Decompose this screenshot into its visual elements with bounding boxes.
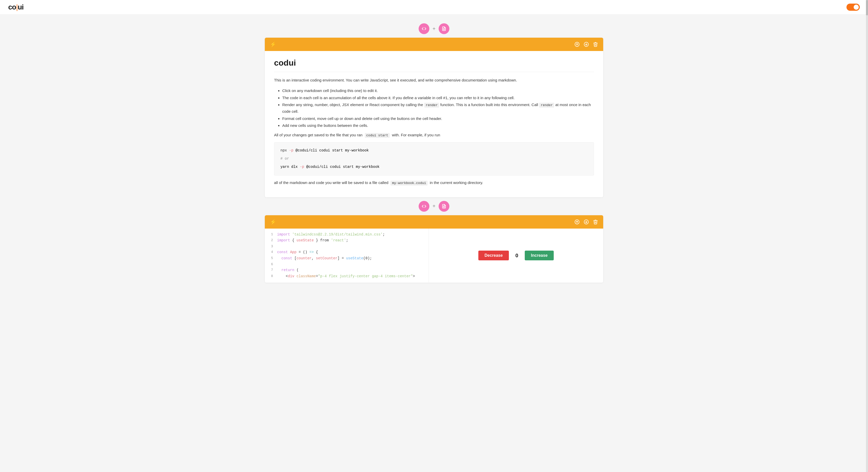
render-code-2: render bbox=[539, 103, 554, 107]
cell-2-delete-button[interactable] bbox=[593, 219, 598, 224]
cell-2-move-down-button[interactable] bbox=[584, 219, 589, 224]
counter-ui: Decrease 0 Increase bbox=[478, 251, 554, 260]
line-num-6: 6 bbox=[267, 262, 273, 267]
counter-value-display: 0 bbox=[513, 253, 521, 258]
cell-1-list: Click on any markdown cell (including th… bbox=[282, 87, 594, 129]
code-editor-2[interactable]: 1 import 'tailwindcss@2.2.19/dist/tailwi… bbox=[265, 228, 429, 283]
insert-plus-top: + bbox=[432, 26, 436, 32]
code-line-row-4: 4 const App = () => { bbox=[265, 249, 429, 255]
list-item-4: Format cell content, move cell up or dow… bbox=[282, 115, 594, 122]
line-content-1: import 'tailwindcss@2.2.19/dist/tailwind… bbox=[277, 232, 385, 238]
code-block-line-1: npx -p @codui/cli codui start my-workboo… bbox=[280, 148, 588, 154]
line-content-4: const App = () => { bbox=[277, 249, 318, 255]
code-output-2: Decrease 0 Increase bbox=[429, 228, 603, 283]
line-num-2: 2 bbox=[267, 238, 273, 243]
insert-row-top: + bbox=[265, 20, 603, 38]
line-content-5: const [counter, setCounter] = useState(0… bbox=[277, 255, 372, 262]
lightning-icon-2: ⚡ bbox=[270, 219, 276, 225]
code-line-row-8: 8 <div className="p-4 flex justify-cente… bbox=[265, 274, 429, 280]
cell-2-header: ⚡ bbox=[265, 215, 603, 228]
lightning-icon-1: ⚡ bbox=[270, 41, 276, 48]
line-num-4: 4 bbox=[267, 249, 273, 255]
markdown-cell-1: ⚡ bbox=[265, 38, 603, 197]
increase-button[interactable]: Increase bbox=[525, 251, 554, 260]
insert-code-button-middle[interactable] bbox=[418, 201, 429, 212]
saved-after: with. For example, if you run bbox=[392, 133, 440, 137]
code-line-row-2: 2 import { useState } from 'react'; bbox=[265, 238, 429, 244]
line-content-7: return ( bbox=[277, 267, 299, 274]
scrollbar-thumb[interactable] bbox=[866, 0, 868, 15]
cell-1-header-left: ⚡ bbox=[270, 41, 276, 48]
line-num-7: 7 bbox=[267, 267, 273, 273]
decrease-button[interactable]: Decrease bbox=[478, 251, 509, 260]
code-line-row-1: 1 import 'tailwindcss@2.2.19/dist/tailwi… bbox=[265, 232, 429, 238]
line-content-2: import { useState } from 'react'; bbox=[277, 238, 348, 244]
line-num-5: 5 bbox=[267, 255, 273, 261]
cell-1-code-block: npx -p @codui/cli codui start my-workboo… bbox=[274, 142, 594, 175]
footer-before: all of the markdown and code you write w… bbox=[274, 180, 389, 185]
line-content-8: <div className="p-4 flex justify-center … bbox=[277, 274, 415, 280]
footer-after: in the current working directory. bbox=[430, 180, 483, 185]
render-code-1: render bbox=[424, 103, 439, 107]
cell-2-body: 1 import 'tailwindcss@2.2.19/dist/tailwi… bbox=[265, 228, 603, 283]
code-block-line-2: # or bbox=[280, 156, 588, 162]
code-block-line-3: yarn dlx -p @codui/cli codui start my-wo… bbox=[280, 164, 588, 170]
cell-2-move-up-button[interactable] bbox=[575, 219, 580, 224]
list-item-2: The code in each cell is an accumulation… bbox=[282, 95, 594, 101]
cell-1-saved-text: All of your changes get saved to the fil… bbox=[274, 132, 594, 138]
code-line-row-5: 5 const [counter, setCounter] = useState… bbox=[265, 255, 429, 262]
codui-start-code: codui start bbox=[365, 133, 390, 138]
cell-2-header-left: ⚡ bbox=[270, 219, 276, 225]
list-item-3: Render any string, number, object, JSX e… bbox=[282, 101, 594, 115]
cell-1-intro: This is an interactive coding environmen… bbox=[274, 77, 594, 83]
cell-1-move-up-button[interactable] bbox=[575, 42, 580, 47]
navbar: co|ui bbox=[0, 0, 868, 14]
line-num-1: 1 bbox=[267, 232, 273, 237]
insert-doc-button-top[interactable] bbox=[439, 23, 450, 34]
insert-plus-middle: + bbox=[432, 203, 436, 209]
list-item-5: Add new cells using the buttons between … bbox=[282, 122, 594, 129]
list-item-1: Click on any markdown cell (including th… bbox=[282, 87, 594, 94]
logo-ui-text: ui bbox=[18, 3, 24, 11]
cell-2-header-actions bbox=[575, 219, 598, 224]
cell-1-move-down-button[interactable] bbox=[584, 42, 589, 47]
scrollbar[interactable] bbox=[866, 0, 868, 472]
code-line-row-3: 3 bbox=[265, 244, 429, 249]
theme-toggle[interactable] bbox=[846, 4, 860, 11]
cell-1-content[interactable]: codui This is an interactive coding envi… bbox=[265, 51, 603, 197]
insert-doc-button-middle[interactable] bbox=[439, 201, 450, 212]
cell-1-header-actions bbox=[575, 42, 598, 47]
insert-code-button-top[interactable] bbox=[418, 23, 429, 34]
logo-co-text: co bbox=[8, 3, 16, 11]
logo: co|ui bbox=[8, 3, 24, 11]
saved-before: All of your changes get saved to the fil… bbox=[274, 133, 363, 137]
line-num-3: 3 bbox=[267, 244, 273, 249]
code-cell-2: ⚡ bbox=[265, 215, 603, 283]
code-line-row-7: 7 return ( bbox=[265, 267, 429, 274]
insert-row-middle: + bbox=[265, 197, 603, 215]
cell-1-header: ⚡ bbox=[265, 38, 603, 51]
cell-1-title: codui bbox=[274, 58, 594, 72]
code-line-row-6: 6 bbox=[265, 262, 429, 267]
cell-1-delete-button[interactable] bbox=[593, 42, 598, 47]
line-num-8: 8 bbox=[267, 274, 273, 279]
footer-code: my-workbook.codui bbox=[391, 181, 428, 186]
main-content: + ⚡ bbox=[254, 14, 614, 288]
cell-1-footer: all of the markdown and code you write w… bbox=[274, 180, 594, 186]
